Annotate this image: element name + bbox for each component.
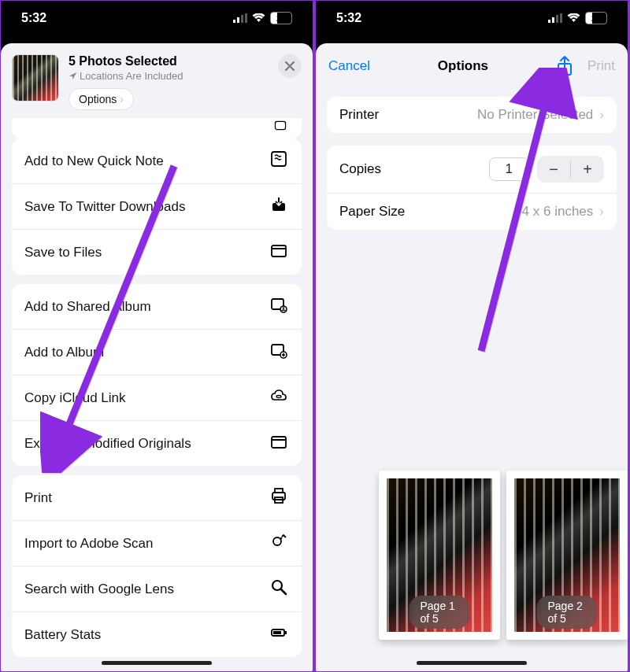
svg-point-13 bbox=[276, 396, 281, 398]
svg-rect-21 bbox=[285, 631, 287, 634]
action-label: Save to Files bbox=[24, 245, 102, 260]
action-group: PrintImport to Adobe ScanSearch with Goo… bbox=[12, 475, 302, 657]
options-button[interactable]: Options › bbox=[69, 88, 134, 110]
svg-rect-26 bbox=[556, 15, 558, 23]
selected-photos-thumbnail[interactable] bbox=[12, 54, 59, 102]
action-search-with-google-lens[interactable]: Search with Google Lens bbox=[12, 566, 302, 611]
print-navbar: Cancel Options Print bbox=[316, 43, 628, 84]
share-header: 5 Photos Selected Locations Are Included… bbox=[1, 43, 313, 118]
cellular-icon bbox=[548, 13, 562, 23]
folder-icon bbox=[269, 432, 289, 455]
action-label: Export Unmodified Originals bbox=[24, 436, 191, 452]
action-label: Add to Shared Album bbox=[24, 299, 151, 315]
navbar-title: Options bbox=[438, 58, 488, 74]
location-icon bbox=[69, 72, 77, 80]
shared-album-icon bbox=[269, 295, 289, 318]
adobe-scan-icon bbox=[269, 532, 289, 555]
battery-icon: 29 bbox=[585, 12, 607, 24]
action-save-to-files[interactable]: Save to Files bbox=[12, 229, 302, 275]
copies-decrement[interactable]: − bbox=[537, 156, 570, 183]
print-settings-group: Copies 1 − + Paper Size 4 x 6 inches› bbox=[327, 146, 617, 230]
action-print[interactable]: Print bbox=[12, 475, 302, 520]
svg-rect-2 bbox=[241, 15, 243, 23]
action-group: Add to New Quick NoteSave To Twitter Dow… bbox=[12, 138, 302, 275]
action-add-to-shared-album[interactable]: Add to Shared Album bbox=[12, 284, 302, 329]
svg-rect-7 bbox=[272, 246, 286, 257]
battery-icon: 29 bbox=[270, 12, 292, 24]
download-icon bbox=[269, 195, 289, 218]
home-indicator[interactable] bbox=[102, 661, 212, 665]
share-icon[interactable] bbox=[556, 56, 573, 76]
printer-icon bbox=[269, 486, 289, 509]
action-import-to-adobe-scan[interactable]: Import to Adobe Scan bbox=[12, 520, 302, 566]
copies-stepper: − + bbox=[537, 156, 604, 183]
action-copy-icloud-link[interactable]: Copy iCloud Link bbox=[12, 375, 302, 420]
share-title: 5 Photos Selected bbox=[69, 54, 269, 68]
svg-rect-14 bbox=[272, 437, 286, 448]
action-save-to-twitter-downloads[interactable]: Save To Twitter Downloads bbox=[12, 183, 302, 229]
quicknote-icon bbox=[269, 150, 289, 172]
action-label: Add to New Quick Note bbox=[24, 153, 164, 169]
share-subtitle: Locations Are Included bbox=[69, 70, 269, 82]
share-sheet-screen: 5:32 29 5 Photos Selected Locations Are … bbox=[0, 0, 313, 672]
svg-rect-0 bbox=[233, 20, 235, 23]
folder-icon bbox=[269, 241, 289, 264]
action-group: Add to Shared AlbumAdd to AlbumCopy iClo… bbox=[12, 284, 302, 466]
share-actions-list[interactable]: Add to New Quick NoteSave To Twitter Dow… bbox=[1, 138, 313, 671]
status-time: 5:32 bbox=[336, 11, 361, 25]
chevron-right-icon: › bbox=[599, 107, 604, 123]
status-bar: 5:32 29 bbox=[1, 1, 313, 35]
cellular-icon bbox=[233, 13, 247, 23]
search-icon bbox=[269, 578, 289, 600]
preview-page-1[interactable]: Page 1 of 5 bbox=[379, 471, 500, 640]
svg-rect-22 bbox=[273, 631, 281, 634]
chevron-right-icon: › bbox=[120, 93, 124, 105]
copies-increment[interactable]: + bbox=[571, 156, 604, 183]
svg-rect-25 bbox=[552, 17, 554, 23]
copies-value[interactable]: 1 bbox=[489, 157, 529, 181]
action-add-to-album[interactable]: Add to Album bbox=[12, 329, 302, 375]
printer-row[interactable]: Printer No Printer Selected› bbox=[327, 97, 617, 133]
preview-page-2[interactable]: Page 2 of 5 bbox=[506, 471, 628, 640]
action-label: Search with Google Lens bbox=[24, 582, 174, 597]
printer-group: Printer No Printer Selected› bbox=[327, 97, 617, 133]
status-time: 5:32 bbox=[21, 11, 46, 25]
action-label: Copy iCloud Link bbox=[24, 390, 126, 406]
status-indicators: 29 bbox=[233, 12, 292, 24]
page-badge: Page 2 of 5 bbox=[537, 596, 598, 629]
action-battery-stats[interactable]: Battery Stats bbox=[12, 611, 302, 657]
action-label: Print bbox=[24, 490, 52, 506]
close-button[interactable] bbox=[278, 54, 302, 78]
action-add-to-new-quick-note[interactable]: Add to New Quick Note bbox=[12, 138, 302, 183]
status-indicators: 29 bbox=[548, 12, 607, 24]
svg-rect-4 bbox=[275, 121, 285, 129]
svg-rect-1 bbox=[237, 17, 239, 23]
status-bar: 5:32 29 bbox=[316, 1, 628, 35]
icon-clipped bbox=[272, 118, 289, 131]
action-label: Battery Stats bbox=[24, 627, 101, 643]
svg-rect-24 bbox=[548, 20, 550, 23]
cancel-button[interactable]: Cancel bbox=[328, 58, 370, 74]
print-options-screen: 5:32 29 Cancel Options Print Printer No … bbox=[315, 0, 628, 672]
action-export-unmodified-originals[interactable]: Export Unmodified Originals bbox=[12, 420, 302, 466]
action-label: Add to Album bbox=[24, 345, 104, 360]
partial-row-clipped bbox=[12, 118, 302, 138]
svg-rect-3 bbox=[245, 13, 247, 23]
action-label: Save To Twitter Downloads bbox=[24, 199, 185, 215]
action-label: Import to Adobe Scan bbox=[24, 536, 154, 552]
wifi-icon bbox=[567, 13, 580, 23]
chevron-right-icon: › bbox=[599, 204, 604, 220]
battery-icon bbox=[269, 623, 289, 646]
paper-size-row[interactable]: Paper Size 4 x 6 inches› bbox=[327, 193, 617, 230]
cloud-link-icon bbox=[269, 386, 289, 409]
page-badge: Page 1 of 5 bbox=[410, 596, 470, 629]
svg-point-10 bbox=[283, 307, 285, 309]
svg-rect-27 bbox=[560, 13, 562, 23]
print-previews[interactable]: Page 1 of 5 Page 2 of 5 bbox=[316, 471, 628, 640]
close-icon bbox=[285, 61, 295, 71]
print-button: Print bbox=[587, 58, 615, 74]
wifi-icon bbox=[252, 13, 265, 23]
album-plus-icon bbox=[269, 341, 289, 364]
home-indicator[interactable] bbox=[417, 661, 527, 665]
copies-row: Copies 1 − + bbox=[327, 146, 617, 193]
